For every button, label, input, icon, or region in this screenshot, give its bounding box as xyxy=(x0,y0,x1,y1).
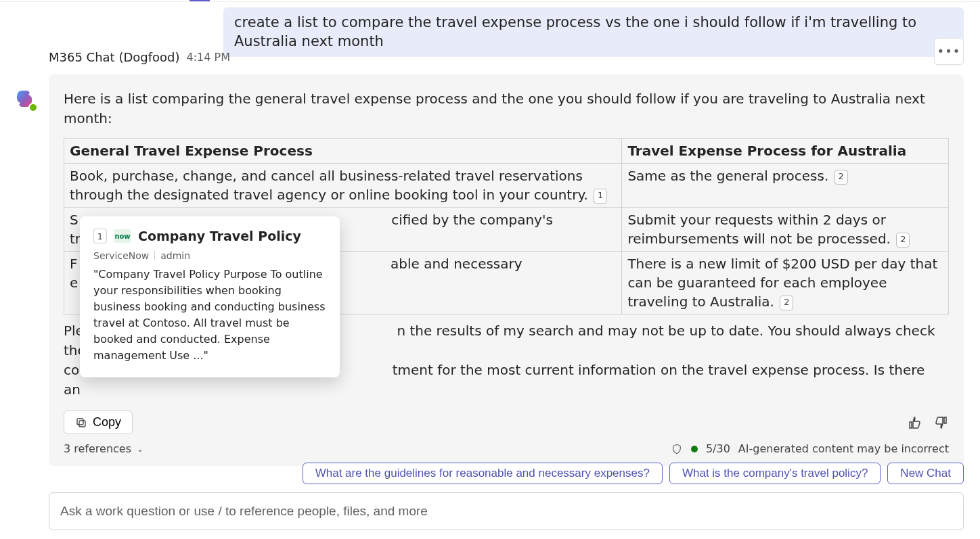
cell-text-right-visible: cified by the company's xyxy=(391,212,553,228)
cell-text: Same as the general process. xyxy=(627,168,828,184)
reference-snippet: "Company Travel Policy Purpose To outlin… xyxy=(93,266,326,364)
reference-source: ServiceNow xyxy=(93,250,149,261)
reference-popup: 1 now Company Travel Policy ServiceNow a… xyxy=(80,216,340,377)
reference-badge-1[interactable]: 1 xyxy=(594,189,607,204)
message-time: 4:14 PM xyxy=(187,51,230,64)
reference-badge-2[interactable]: 2 xyxy=(834,170,848,185)
shield-icon[interactable] xyxy=(671,443,683,455)
thumbs-down-button[interactable] xyxy=(933,415,949,431)
cell-text: Book, purchase, change, and cancel all b… xyxy=(70,168,588,203)
status-dot-icon xyxy=(691,446,698,452)
references-toggle[interactable]: 3 references ⌄ xyxy=(64,442,143,455)
more-icon: ••• xyxy=(937,45,961,57)
top-divider xyxy=(0,1,980,2)
thumbs-up-button[interactable] xyxy=(907,415,923,431)
more-actions-button[interactable]: ••• xyxy=(934,38,964,65)
presence-available-icon xyxy=(28,103,38,112)
suggestion-new-chat[interactable]: New Chat xyxy=(887,463,964,484)
svg-rect-1 xyxy=(77,419,83,425)
copy-button[interactable]: Copy xyxy=(64,411,133,434)
reference-badge-2[interactable]: 2 xyxy=(896,233,910,248)
table-header-general: General Travel Expense Process xyxy=(64,139,622,164)
outro-text: tment for the most current information o… xyxy=(393,362,925,378)
svg-rect-0 xyxy=(79,421,85,427)
cell-text-left-occluded-2: e xyxy=(70,275,78,291)
cell-text: Submit your requests within 2 days or re… xyxy=(627,212,891,247)
compose-box[interactable] xyxy=(49,492,964,530)
reference-badge-2[interactable]: 2 xyxy=(780,296,793,310)
chevron-down-icon: ⌄ xyxy=(137,444,143,454)
suggestion-travel-policy[interactable]: What is the company's travel policy? xyxy=(669,463,881,484)
message-header: M365 Chat (Dogfood) 4:14 PM xyxy=(49,50,230,64)
cell-text-left-occluded: S xyxy=(70,212,79,228)
table-header-australia: Travel Expense Process for Australia xyxy=(622,139,949,164)
sender-name: M365 Chat (Dogfood) xyxy=(49,50,180,64)
cell-text-left-occluded: F xyxy=(70,256,78,272)
reference-author: admin xyxy=(160,250,190,261)
copy-label: Copy xyxy=(93,415,121,429)
user-message-text: create a list to compare the travel expe… xyxy=(234,13,953,51)
suggestion-row: What are the guidelines for reasonable a… xyxy=(303,463,964,484)
reference-title[interactable]: Company Travel Policy xyxy=(138,229,301,243)
outro-text: an xyxy=(64,381,81,398)
compose-input[interactable] xyxy=(60,504,952,519)
servicenow-icon: now xyxy=(114,229,131,243)
outro-text: co xyxy=(64,362,79,378)
table-row: Book, purchase, change, and cancel all b… xyxy=(64,164,949,208)
response-intro: Here is a list comparing the general tra… xyxy=(64,89,949,128)
cell-text-right-visible: able and necessary xyxy=(391,256,522,272)
reference-number: 1 xyxy=(93,229,107,243)
divider xyxy=(154,251,155,260)
suggestion-guidelines[interactable]: What are the guidelines for reasonable a… xyxy=(303,463,663,484)
references-label: 3 references xyxy=(64,442,131,455)
copilot-avatar xyxy=(12,87,37,111)
ai-disclaimer: AI-generated content may be incorrect xyxy=(738,442,949,455)
copy-icon xyxy=(75,417,87,429)
cell-text-left-occluded-2: tr xyxy=(70,231,81,247)
ai-counter: 5/30 xyxy=(706,442,730,455)
user-message-bubble: create a list to compare the travel expe… xyxy=(223,7,964,57)
